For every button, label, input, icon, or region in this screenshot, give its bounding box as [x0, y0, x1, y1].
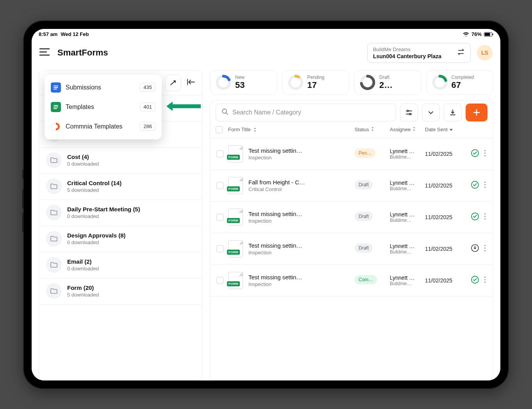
row-checkbox[interactable]	[216, 277, 223, 284]
add-button[interactable]	[466, 104, 487, 121]
row-title: Test missing settin…	[248, 211, 351, 217]
popover-item-submissions[interactable]: Submissions 435	[45, 78, 162, 97]
search-input[interactable]: Search Name / Category	[216, 104, 396, 121]
popover-item-commnia[interactable]: Commnia Templates 286	[45, 117, 162, 136]
svg-point-23	[484, 186, 486, 188]
status-badge: Draft	[355, 180, 373, 189]
folder-name: Form (20)	[67, 284, 99, 291]
folder-subtitle: 5 downloaded	[67, 187, 121, 193]
sort-button[interactable]	[165, 75, 181, 91]
svg-point-29	[484, 245, 486, 246]
row-category: Inspection	[248, 218, 351, 224]
folder-name: Cost (4)	[67, 154, 99, 160]
kebab-menu[interactable]	[482, 180, 487, 191]
row-category: Inspection	[248, 155, 351, 161]
folder-subtitle: 0 downloaded	[67, 213, 140, 219]
form-doc-icon: FORM	[228, 240, 245, 257]
status-time: 8:57 am	[39, 31, 57, 37]
row-checkbox[interactable]	[216, 245, 223, 252]
search-placeholder: Search Name / Category	[232, 109, 301, 116]
folder-row[interactable]: Daily Pre-Start Meeting (5) 0 downloaded	[39, 200, 202, 226]
sort-icon	[253, 127, 257, 132]
popover-label: Commnia Templates	[66, 123, 135, 130]
row-title: Test missing settin…	[248, 147, 351, 154]
kebab-menu[interactable]	[482, 275, 487, 286]
download-row-icon[interactable]	[471, 244, 479, 254]
stat-label: New	[235, 75, 245, 80]
assignee-name: Lynnett …	[390, 243, 421, 249]
kebab-menu[interactable]	[482, 211, 487, 223]
folder-row[interactable]: Email (2) 0 downloaded	[39, 252, 202, 279]
svg-point-7	[289, 76, 302, 89]
row-title: Test missing settin…	[248, 242, 351, 249]
svg-rect-1	[485, 33, 490, 36]
status-battery-pct: 76%	[471, 31, 482, 37]
row-checkbox[interactable]	[216, 150, 223, 157]
check-circle-icon[interactable]	[471, 212, 479, 222]
device-status-bar: 8:57 am Wed 12 Feb 76%	[32, 29, 500, 40]
check-circle-icon[interactable]	[471, 180, 479, 191]
column-form-title[interactable]: Form Title	[228, 127, 351, 132]
table-row[interactable]: FORM Test missing settin… Inspection Pen…	[210, 138, 493, 170]
column-date-sent[interactable]: Date Sent	[425, 127, 460, 132]
row-title: Test missing settin…	[248, 274, 351, 280]
stat-card[interactable]: Pending 17	[282, 70, 350, 95]
check-circle-icon[interactable]	[471, 149, 479, 159]
assignee-org: Buildme…	[390, 281, 421, 286]
folder-row[interactable]: Form (20) 5 downloaded	[39, 279, 202, 305]
table-row[interactable]: FORM Test missing settin… Inspection Dra…	[210, 233, 493, 265]
row-category: Inspection	[248, 281, 351, 287]
column-label: Form Title	[228, 127, 251, 132]
kebab-menu[interactable]	[482, 243, 487, 255]
sort-icon	[371, 127, 375, 131]
date-sent: 11/02/2025	[425, 277, 460, 284]
assignee-name: Lynnett …	[390, 211, 421, 218]
folder-icon	[46, 205, 62, 220]
svg-point-31	[484, 250, 486, 251]
collapse-panel-button[interactable]	[185, 77, 197, 89]
callout-arrow-icon	[166, 100, 201, 114]
folder-icon	[46, 231, 62, 246]
filter-button[interactable]	[400, 104, 418, 121]
folder-subtitle: 0 downloaded	[67, 161, 99, 167]
project-switcher[interactable]: BuildMe Dreams Lsun004 Canterbury Plaza	[367, 43, 471, 63]
menu-button[interactable]	[39, 48, 50, 57]
row-checkbox[interactable]	[216, 182, 223, 189]
svg-point-18	[484, 152, 486, 154]
stat-card[interactable]: New 53	[210, 70, 277, 95]
column-status[interactable]: Status	[355, 127, 386, 132]
column-assignee[interactable]: Assignee	[390, 127, 421, 132]
folder-row[interactable]: Cost (4) 0 downloaded	[39, 148, 202, 174]
stat-label: Completed	[452, 75, 474, 80]
stat-card[interactable]: Completed 67	[426, 70, 494, 95]
kebab-menu[interactable]	[482, 148, 487, 160]
popover-label: Templates	[66, 104, 135, 111]
stat-value: 53	[235, 80, 245, 90]
row-checkbox[interactable]	[216, 214, 223, 221]
folder-icon	[46, 283, 62, 299]
svg-point-35	[484, 281, 486, 282]
row-title: Fall from Height - C…	[248, 179, 351, 186]
stat-value: 2…	[379, 80, 393, 90]
project-name: Lsun004 Canterbury Plaza	[373, 53, 441, 59]
table-row[interactable]: FORM Test missing settin… Inspection Dra…	[210, 202, 493, 233]
avatar[interactable]: LS	[477, 45, 493, 61]
folder-row[interactable]: Critical Control (14) 5 downloaded	[39, 174, 202, 200]
folder-row[interactable]: Design Approvals (8) 0 downloaded	[39, 226, 202, 252]
svg-point-19	[484, 155, 486, 156]
popover-count: 401	[140, 102, 155, 111]
assignee-name: Lynnett …	[390, 275, 421, 281]
stat-card[interactable]: Draft 2…	[354, 70, 421, 95]
popover-item-templates[interactable]: Templates 401	[45, 97, 162, 117]
status-date: Wed 12 Feb	[61, 31, 89, 37]
table-row[interactable]: FORM Test missing settin… Inspection Com…	[210, 265, 493, 296]
column-label: Date Sent	[425, 127, 448, 132]
status-badge: Com…	[355, 275, 377, 284]
check-circle-icon[interactable]	[471, 275, 479, 286]
sort-icon	[412, 127, 416, 131]
select-all-checkbox[interactable]	[216, 126, 223, 133]
dropdown-button[interactable]	[422, 104, 440, 121]
table-row[interactable]: FORM Fall from Height - C… Critical Cont…	[210, 170, 493, 202]
download-button[interactable]	[444, 104, 462, 121]
folder-name: Design Approvals (8)	[67, 232, 125, 239]
